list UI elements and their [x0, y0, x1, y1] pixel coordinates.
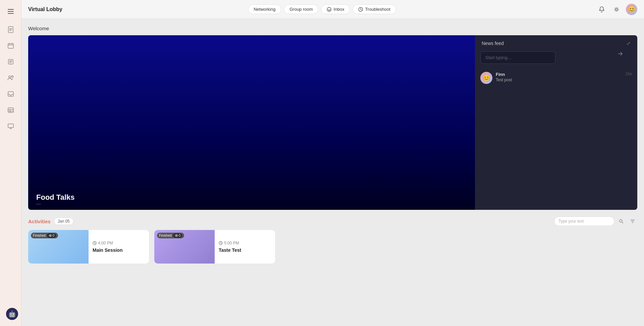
notification-bell-button[interactable]: [596, 4, 607, 15]
newsfeed-panel: News feed ⤢: [475, 35, 637, 210]
main-session-card[interactable]: Finished 0: [28, 230, 149, 264]
date-badge[interactable]: Jan 05: [54, 218, 73, 225]
clock-icon: [93, 241, 97, 245]
search-icon-button[interactable]: [616, 217, 626, 226]
activities-section: Activities Jan 05: [28, 217, 637, 264]
troubleshoot-button[interactable]: Troubleshoot: [353, 4, 396, 14]
inbox-button[interactable]: Inbox: [321, 4, 350, 14]
taste-test-card[interactable]: Finished 0: [154, 230, 275, 264]
welcome-label: Welcome: [28, 26, 637, 31]
newsfeed-input[interactable]: [480, 51, 555, 64]
main-session-title: Main Session: [93, 247, 145, 253]
post-content: Finn Test post 21h: [496, 72, 632, 82]
taste-test-eye-count: 0: [173, 233, 182, 238]
user-avatar[interactable]: 😊: [626, 4, 637, 15]
svg-point-32: [50, 235, 51, 236]
taste-test-thumbnail: Finished 0: [154, 230, 215, 264]
svg-point-22: [327, 7, 331, 11]
navbar-right: 😊: [596, 4, 637, 15]
clock-icon-2: [219, 241, 223, 245]
page-title: Virtual Lobby: [28, 6, 62, 12]
main-content: Virtual Lobby Networking Group room Inbo…: [21, 0, 644, 326]
newsfeed-input-wrapper: [480, 51, 632, 64]
svg-rect-14: [8, 92, 13, 96]
troubleshoot-label: Troubleshoot: [365, 7, 390, 12]
video-newsfeed-row: Food Talks ... News feed ⤢: [28, 35, 637, 210]
taste-test-info: 5:00 PM Taste Test: [215, 230, 275, 264]
taste-test-title: Taste Test: [219, 247, 271, 253]
people-icon[interactable]: [4, 71, 17, 85]
video-player[interactable]: Food Talks ...: [28, 35, 475, 210]
main-session-info: 4:00 PM Main Session: [89, 230, 149, 264]
group-room-button[interactable]: Group room: [284, 4, 318, 14]
finished-label: Finished: [33, 234, 46, 237]
svg-rect-4: [8, 44, 13, 48]
svg-point-13: [11, 76, 13, 78]
post-time: 21h: [626, 72, 632, 76]
taste-test-finished-badge: Finished 0: [157, 233, 184, 238]
taste-test-time: 5:00 PM: [219, 241, 271, 245]
svg-point-35: [176, 235, 177, 236]
post-avatar: 😊: [480, 72, 492, 84]
newsfeed-expand-icon[interactable]: ⤢: [627, 41, 631, 46]
post-row: Finn Test post 21h: [496, 72, 632, 82]
document-icon[interactable]: [4, 23, 17, 36]
svg-point-24: [615, 8, 618, 10]
svg-rect-15: [8, 108, 13, 112]
post-text: Test post: [496, 78, 512, 82]
finished-badge: Finished 0: [31, 233, 58, 238]
calendar-icon[interactable]: [4, 39, 17, 52]
news-post: 😊 Finn Test post 21h: [475, 68, 637, 88]
filter-icon-button[interactable]: [628, 217, 637, 226]
sidebar: [0, 0, 21, 326]
svg-text:🤖: 🤖: [8, 310, 16, 318]
inbox-label: Inbox: [334, 7, 344, 12]
table-icon[interactable]: [4, 103, 17, 117]
inbox-sidebar-icon[interactable]: [4, 87, 17, 101]
mascot-icon[interactable]: 🤖: [5, 307, 19, 321]
svg-line-27: [622, 222, 624, 224]
content-area: Welcome Food Talks ... News feed ⤢: [21, 19, 644, 326]
video-dots: ...: [36, 200, 41, 206]
video-title: Food Talks: [36, 193, 75, 202]
activities-search: [554, 217, 637, 226]
activities-header: Activities Jan 05: [28, 217, 637, 226]
newsfeed-header: News feed ⤢: [475, 35, 637, 51]
post-author: Finn: [496, 72, 512, 77]
troubleshoot-icon: [358, 7, 363, 12]
send-button[interactable]: [618, 51, 623, 57]
inbox-nav-icon: [327, 7, 332, 12]
main-session-thumbnail: Finished 0: [28, 230, 89, 264]
svg-point-26: [620, 220, 622, 222]
newsfeed-input-row: [475, 51, 637, 68]
eye-count: 0: [47, 233, 56, 238]
hamburger-menu[interactable]: [5, 5, 17, 17]
activity-cards: Finished 0: [28, 230, 637, 264]
svg-point-12: [9, 76, 11, 78]
monitor-icon[interactable]: [4, 120, 17, 133]
agenda-icon[interactable]: [4, 55, 17, 68]
main-session-time: 4:00 PM: [93, 241, 145, 245]
activities-title: Activities: [28, 219, 51, 224]
navbar-center-buttons: Networking Group room Inbox Troubleshoot: [248, 4, 396, 14]
svg-rect-19: [8, 124, 13, 128]
navbar: Virtual Lobby Networking Group room Inbo…: [21, 0, 644, 19]
networking-button[interactable]: Networking: [248, 4, 281, 14]
settings-gear-button[interactable]: [611, 4, 622, 15]
activities-search-input[interactable]: [554, 217, 614, 226]
taste-test-finished-label: Finished: [159, 234, 172, 237]
newsfeed-title: News feed: [482, 41, 504, 46]
